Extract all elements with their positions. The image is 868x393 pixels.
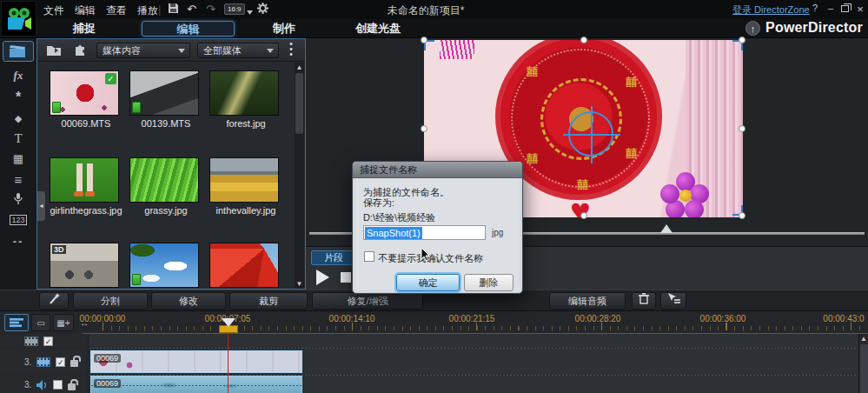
help-button[interactable]: ? [808,3,822,13]
modify-button[interactable]: 修改 [151,292,226,310]
media-thumbnail[interactable] [50,157,119,203]
timeline-view-button[interactable] [4,314,29,331]
import-media-button[interactable] [44,42,65,58]
sidebar-item-subtitle-room[interactable]: -- [3,230,34,251]
play-button[interactable] [316,270,329,285]
save-icon[interactable] [168,3,179,17]
scroll-up-icon[interactable]: ▲ [295,63,304,71]
edit-audio-button[interactable]: 编辑音频 [549,292,626,310]
scroll-down-icon[interactable]: ▼ [295,280,304,288]
ok-button[interactable]: 确定 [396,274,460,291]
resize-handle-n[interactable] [580,37,587,43]
media-thumbnail[interactable] [129,70,199,116]
settings-gear-icon[interactable] [257,3,268,17]
add-track-button[interactable]: ▦+ [53,314,74,331]
media-thumbnail[interactable] [209,157,279,203]
media-item[interactable]: girlinthegrass.jpg [50,157,123,216]
audio-clip[interactable]: 00069 [90,376,302,393]
track-enable-checkbox[interactable] [53,380,63,390]
resize-handle-se[interactable] [739,212,745,219]
sidebar-item-audio-mixing-room[interactable]: ≡ [3,169,34,190]
media-item[interactable]: forest.jpg [209,70,282,129]
media-item[interactable]: 00139.MTS [129,70,202,129]
menu-play[interactable]: 播放 [137,3,158,18]
tab-produce[interactable]: 制作 [254,21,315,37]
media-thumbnail[interactable] [129,243,199,288]
media-thumbnail[interactable] [209,70,279,116]
media-item[interactable]: grassy.jpg [129,157,202,216]
panel-collapse-handle[interactable]: ◂ [37,191,45,221]
sidebar-item-chapter-room[interactable]: 123 [3,210,34,230]
library-filter-dropdown[interactable]: 全部媒体 [197,43,279,58]
sidebar-item-pip-objects-room[interactable]: * [3,87,34,108]
sidebar-item-transition-room[interactable]: ▦ [3,148,34,169]
media-item[interactable] [129,243,202,288]
library-scrollbar[interactable]: ▲ ▼ [295,63,304,289]
split-button[interactable]: 分割 [73,292,148,310]
delete-clip-button[interactable] [632,292,656,310]
resize-handle-ne[interactable] [739,37,745,43]
sidebar-item-title-room[interactable]: T [3,128,34,149]
plugin-button[interactable] [70,42,91,58]
position-crosshair[interactable] [568,111,613,157]
track-content-audio-3[interactable]: 00069 [89,376,858,393]
resize-handle-nw[interactable] [421,37,427,43]
track-lock-icon[interactable] [68,383,76,390]
clip-mode-button[interactable]: 片段 [311,250,356,265]
menu-view[interactable]: 查看 [106,3,127,18]
timeline-ruler[interactable]: 00:00:00:00 00:00:07:05 00:00:14:10 00:0… [83,312,868,333]
track-content-video-3[interactable]: 00069 [89,349,858,375]
tab-edit[interactable]: 编辑 [142,21,235,37]
media-thumbnail[interactable]: ✓ [50,70,119,116]
storyboard-view-button[interactable]: ▭ [31,314,50,331]
scrollbar-thumb[interactable] [860,344,868,393]
timeline-scrollbar[interactable]: ▲ [858,334,868,393]
seek-thumb[interactable] [660,224,673,233]
menu-file[interactable]: 文件 [43,3,64,18]
menu-edit[interactable]: 编辑 [75,3,96,18]
resize-handle-w[interactable] [421,125,427,132]
track-enable-checkbox[interactable]: ✓ [43,336,53,346]
tab-create-disc[interactable]: 创建光盘 [341,21,415,37]
library-content-dropdown[interactable]: 媒体内容 [96,43,190,58]
media-item[interactable]: 3D [50,243,123,288]
sidebar-item-effect-room[interactable]: fx [3,65,34,86]
xi-symbol: 囍 [527,64,538,80]
media-item[interactable]: ✓ 00069.MTS [50,70,123,129]
media-item[interactable]: inthevalley.jpg [209,157,282,216]
resize-handle-e[interactable] [739,125,745,132]
track-enable-checkbox[interactable]: ✓ [56,357,65,367]
library-menu-dots-button[interactable]: ••• [288,42,295,59]
magic-wand-button[interactable] [39,292,69,310]
caret-down-icon[interactable] [247,4,253,18]
dont-prompt-checkbox[interactable] [364,251,374,262]
crop-button[interactable]: 裁剪 [229,292,308,310]
restore-button[interactable] [838,3,851,13]
scroll-up-icon[interactable]: ▲ [859,335,868,343]
sidebar-item-particle-room[interactable]: ◆ [3,108,34,129]
sidebar-item-media-room[interactable] [3,41,34,62]
stop-button[interactable] [341,272,351,283]
video-clip[interactable]: 00069 [90,350,302,373]
login-directorzone-link[interactable]: 登录 DirectorZone [732,3,810,17]
delete-button[interactable]: 删除 [464,274,514,291]
undo-icon[interactable]: ↶ [187,3,196,17]
resize-handle-s[interactable] [580,212,587,219]
filename-input[interactable]: SnapShot(1) [363,225,486,240]
scrollbar-thumb[interactable] [295,73,303,134]
aspect-ratio-selector[interactable]: 16:9 [224,3,245,15]
track-content-upper[interactable] [89,334,858,348]
sidebar-item-voice-over-room[interactable] [3,189,34,210]
track-lock-icon[interactable] [70,360,78,367]
tab-capture[interactable]: 捕捉 [54,21,115,37]
select-menu-button[interactable] [660,292,686,310]
fix-enhance-button[interactable]: 修复/增强 [312,292,423,310]
redo-icon[interactable]: ↷ [206,3,215,17]
media-thumbnail[interactable] [129,157,199,203]
playhead-marker[interactable] [222,318,235,327]
close-button[interactable]: × [853,3,867,16]
media-thumbnail[interactable] [209,243,279,288]
media-thumbnail[interactable]: 3D [50,243,119,288]
media-item[interactable] [209,243,282,288]
minimize-button[interactable]: – [824,3,838,13]
